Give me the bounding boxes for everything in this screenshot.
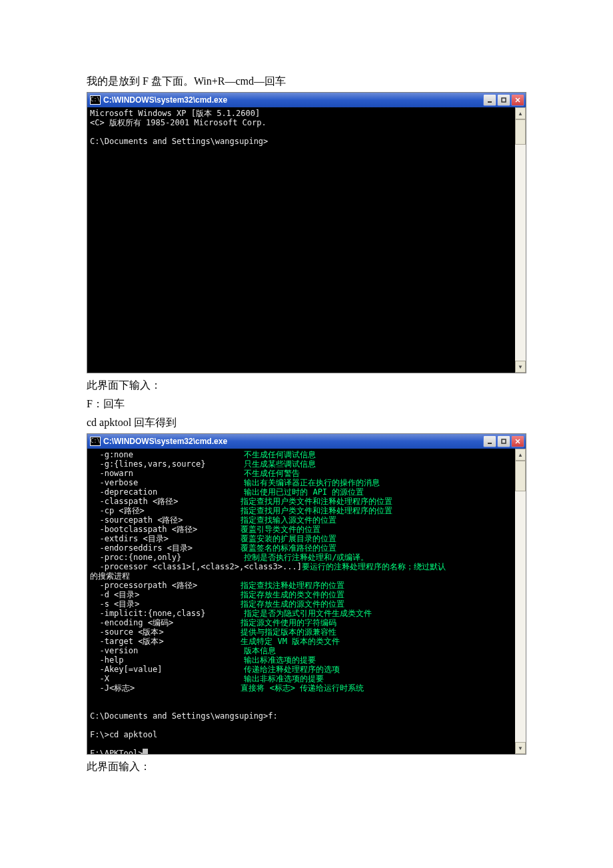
scroll-thumb[interactable]: [515, 119, 526, 145]
svg-rect-0: [488, 101, 492, 103]
cmd-window-1: C:\ C:\WINDOWS\system32\cmd.exe Microsof…: [87, 92, 526, 373]
scroll-thumb[interactable]: [515, 461, 526, 491]
paragraph-4: cd apktool 回车得到: [87, 415, 526, 431]
console-body: Microsoft Windows XP [版本 5.1.2600] <C> 版…: [87, 107, 526, 373]
cmd-icon: C:\: [90, 437, 101, 446]
scroll-track[interactable]: [515, 461, 526, 742]
svg-rect-3: [502, 439, 506, 443]
paragraph-intro: 我的是放到 F 盘下面。Win+R—cmd—回车: [87, 73, 526, 89]
close-button[interactable]: [511, 435, 524, 447]
line: <C> 版权所有 1985-2001 Microsoft Corp.: [90, 118, 267, 127]
console-body: -g:none 不生成任何调试信息 -g:{lines,vars,source}…: [87, 449, 526, 754]
scroll-track[interactable]: [515, 119, 526, 361]
paragraph-5: 此界面输入：: [87, 759, 526, 775]
svg-rect-2: [488, 443, 492, 444]
cmd-window-2: C:\ C:\WINDOWS\system32\cmd.exe -g:none …: [87, 433, 526, 755]
maximize-button[interactable]: [497, 94, 510, 106]
cmd-icon: C:\: [90, 95, 101, 105]
window-title: C:\WINDOWS\system32\cmd.exe: [103, 95, 483, 105]
scroll-up-button[interactable]: ▲: [515, 107, 526, 119]
maximize-button[interactable]: [497, 435, 510, 447]
minimize-button[interactable]: [483, 435, 496, 447]
window-title: C:\WINDOWS\system32\cmd.exe: [103, 437, 483, 446]
paragraph-3: F：回车: [87, 396, 526, 412]
prompt-line: C:\Documents and Settings\wangsuping>: [90, 137, 268, 146]
console-output[interactable]: Microsoft Windows XP [版本 5.1.2600] <C> 版…: [87, 107, 515, 373]
scrollbar[interactable]: ▲ ▼: [515, 107, 526, 373]
window-controls: [483, 94, 524, 106]
titlebar: C:\ C:\WINDOWS\system32\cmd.exe: [87, 434, 526, 449]
console-output[interactable]: -g:none 不生成任何调试信息 -g:{lines,vars,source}…: [87, 449, 515, 754]
svg-rect-1: [502, 98, 506, 102]
scrollbar[interactable]: ▲ ▼: [515, 449, 526, 754]
document-page: 我的是放到 F 盘下面。Win+R—cmd—回车 C:\ C:\WINDOWS\…: [0, 0, 613, 804]
window-controls: [483, 435, 524, 447]
scroll-up-button[interactable]: ▲: [515, 449, 526, 461]
paragraph-2: 此界面下输入：: [87, 377, 526, 393]
close-button[interactable]: [511, 94, 524, 106]
scroll-down-button[interactable]: ▼: [515, 361, 526, 373]
line: Microsoft Windows XP [版本 5.1.2600]: [90, 109, 260, 118]
minimize-button[interactable]: [483, 94, 496, 106]
titlebar: C:\ C:\WINDOWS\system32\cmd.exe: [87, 93, 526, 107]
scroll-down-button[interactable]: ▼: [515, 742, 526, 754]
